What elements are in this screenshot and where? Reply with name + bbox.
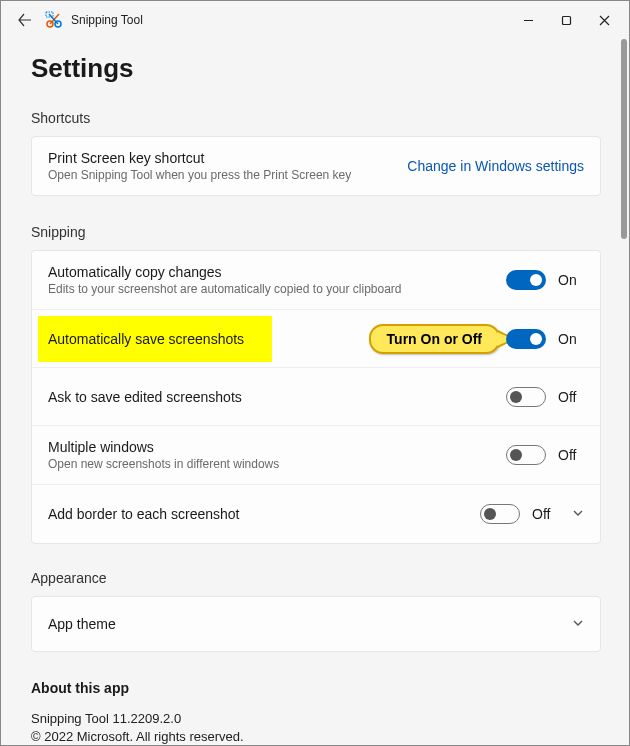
chevron-down-icon — [572, 507, 584, 519]
maximize-button[interactable] — [547, 5, 585, 35]
scrollbar[interactable] — [621, 39, 627, 239]
section-label-shortcuts: Shortcuts — [31, 110, 601, 126]
multiwin-toggle[interactable] — [506, 445, 546, 465]
addborder-expand[interactable] — [572, 507, 584, 522]
about-label: About this app — [31, 680, 601, 696]
window-controls — [509, 5, 623, 35]
about-copyright: © 2022 Microsoft. All rights reserved. — [31, 728, 601, 745]
row-autosave: Automatically save screenshots Turn On o… — [32, 310, 600, 368]
addborder-state: Off — [532, 506, 558, 522]
back-button[interactable] — [9, 4, 41, 36]
shortcut-subtitle: Open Snipping Tool when you press the Pr… — [48, 168, 407, 182]
callout-annotation: Turn On or Off — [369, 324, 500, 354]
maximize-icon — [561, 15, 572, 26]
asksave-toggle[interactable] — [506, 387, 546, 407]
autocopy-toggle[interactable] — [506, 270, 546, 290]
asksave-state: Off — [558, 389, 584, 405]
content-area: Settings Shortcuts Print Screen key shor… — [1, 39, 629, 745]
asksave-title: Ask to save edited screenshots — [48, 389, 506, 405]
snipping-group: Automatically copy changes Edits to your… — [31, 250, 601, 544]
callout-text: Turn On or Off — [387, 331, 482, 347]
apptheme-card[interactable]: App theme — [31, 596, 601, 652]
shortcut-title: Print Screen key shortcut — [48, 150, 407, 166]
chevron-down-icon — [572, 617, 584, 629]
shortcut-card: Print Screen key shortcut Open Snipping … — [31, 136, 601, 196]
autocopy-state: On — [558, 272, 584, 288]
autosave-highlight: Automatically save screenshots — [38, 316, 272, 362]
apptheme-title: App theme — [48, 616, 558, 632]
page-title: Settings — [31, 53, 601, 84]
titlebar: Snipping Tool — [1, 1, 629, 39]
close-button[interactable] — [585, 5, 623, 35]
multiwin-state: Off — [558, 447, 584, 463]
about-version: Snipping Tool 11.2209.2.0 — [31, 710, 601, 728]
change-settings-link[interactable]: Change in Windows settings — [407, 158, 584, 174]
apptheme-expand[interactable] — [572, 617, 584, 632]
shortcut-text: Print Screen key shortcut Open Snipping … — [48, 150, 407, 182]
app-icon — [45, 11, 63, 29]
autocopy-title: Automatically copy changes — [48, 264, 506, 280]
minimize-button[interactable] — [509, 5, 547, 35]
addborder-title: Add border to each screenshot — [48, 506, 480, 522]
autosave-title: Automatically save screenshots — [48, 331, 244, 347]
autosave-toggle[interactable] — [506, 329, 546, 349]
multiwin-subtitle: Open new screenshots in different window… — [48, 457, 506, 471]
multiwin-title: Multiple windows — [48, 439, 506, 455]
back-arrow-icon — [18, 13, 32, 27]
close-icon — [599, 15, 610, 26]
minimize-icon — [523, 15, 534, 26]
addborder-toggle[interactable] — [480, 504, 520, 524]
section-label-snipping: Snipping — [31, 224, 601, 240]
autocopy-subtitle: Edits to your screenshot are automatical… — [48, 282, 506, 296]
section-label-appearance: Appearance — [31, 570, 601, 586]
row-autocopy: Automatically copy changes Edits to your… — [32, 251, 600, 310]
autosave-state: On — [558, 331, 584, 347]
row-multiwin: Multiple windows Open new screenshots in… — [32, 426, 600, 485]
window-title: Snipping Tool — [71, 13, 509, 27]
row-asksave: Ask to save edited screenshots Off — [32, 368, 600, 426]
svg-rect-3 — [562, 16, 570, 24]
row-addborder: Add border to each screenshot Off — [32, 485, 600, 543]
